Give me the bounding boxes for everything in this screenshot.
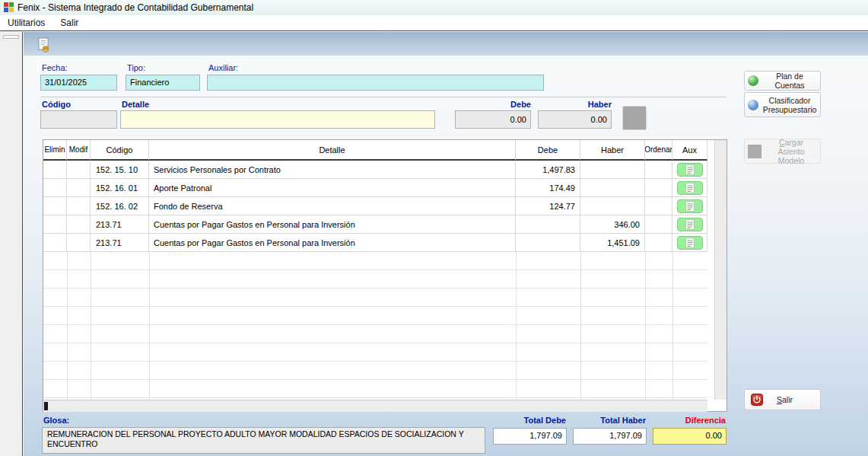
app-icon (3, 2, 14, 13)
menu-utilitarios[interactable]: Utilitarios (0, 16, 52, 30)
cell-modif[interactable] (67, 234, 91, 252)
scrollbar-thumb[interactable] (44, 402, 48, 410)
cell-haber: 1,451.09 (580, 234, 645, 252)
header-codigo: Código (91, 140, 149, 161)
codigo-input[interactable] (40, 110, 117, 129)
cell-codigo: 213.71 (91, 234, 149, 252)
cell-ordenar (645, 197, 672, 215)
cell-haber (580, 179, 645, 197)
fenix-window: Fenix - Sistema Integrado de Contabilida… (0, 0, 868, 456)
cell-elimin[interactable] (43, 197, 67, 215)
salir-button[interactable]: Salir (744, 389, 821, 410)
glosa-textarea[interactable]: REMUNERACION DEL PERSONAL PROYECTO ADULT… (42, 427, 485, 454)
cell-elimin[interactable] (43, 161, 67, 179)
cell-debe: 174.49 (516, 179, 580, 197)
debe-label: Debe (455, 100, 531, 109)
title-bar: Fenix - Sistema Integrado de Contabilida… (0, 0, 868, 15)
cell-elimin[interactable] (43, 179, 67, 197)
cell-codigo: 213.71 (91, 215, 149, 234)
cell-detalle: Fondo de Reserva (149, 197, 516, 215)
grid-table: Elimin Modif Código Detalle Debe Haber O… (43, 140, 707, 252)
header-haber: Haber (580, 140, 645, 161)
cell-codigo: 152. 16. 02 (91, 197, 149, 215)
menu-bar: Utilitarios Salir (0, 15, 868, 31)
entries-grid: Elimin Modif Código Detalle Debe Haber O… (43, 139, 727, 412)
grid-filler (707, 140, 714, 400)
cell-detalle: Aporte Patronal (149, 179, 516, 197)
cell-debe (516, 234, 580, 252)
auxiliar-label: Auxiliar: (208, 63, 238, 72)
glosa-label: Glosa: (43, 416, 69, 425)
auxiliar-input[interactable] (207, 75, 544, 91)
header-aux: Aux (672, 140, 707, 161)
left-dock-panel (0, 32, 23, 456)
cell-debe: 1,497.83 (516, 161, 580, 179)
aux-button[interactable] (677, 199, 703, 213)
total-haber-field: 1,797.09 (573, 428, 647, 445)
header-ordenar: Ordenar (645, 140, 672, 161)
detalle-label: Detalle (122, 100, 149, 109)
tipo-label: Tipo: (127, 63, 145, 72)
cell-ordenar (645, 179, 672, 197)
haber-input[interactable]: 0.00 (538, 110, 612, 129)
tipo-input[interactable]: Financiero (126, 75, 200, 91)
header-debe: Debe (516, 140, 580, 161)
table-row[interactable]: 213.71 Cuentas por Pagar Gastos en Perso… (43, 234, 707, 252)
total-debe-label: Total Debe (493, 416, 566, 425)
table-row[interactable]: 152. 16. 02 Fondo de Reserva 124.77 (43, 197, 707, 215)
cargar-asiento-modelo-button[interactable]: Cargar Asiento Modelo (744, 139, 821, 164)
table-row[interactable]: 213.71 Cuentas por Pagar Gastos en Perso… (43, 215, 707, 234)
document-coins-icon (37, 37, 52, 53)
cell-modif[interactable] (67, 161, 91, 179)
vertical-scrollbar[interactable] (714, 140, 727, 400)
blue-sphere-icon (748, 100, 758, 110)
aux-button[interactable] (677, 236, 703, 250)
notepad-icon (685, 201, 695, 212)
diferencia-label: Diferencia (653, 416, 726, 425)
cell-elimin[interactable] (43, 234, 67, 252)
menu-salir[interactable]: Salir (52, 16, 86, 30)
cell-codigo: 152. 16. 01 (91, 179, 149, 197)
header-elimin: Elimin (43, 140, 67, 161)
debe-input[interactable]: 0.00 (455, 110, 531, 129)
detalle-input[interactable] (120, 110, 435, 129)
salir-label: Salir (777, 395, 793, 404)
cell-modif[interactable] (67, 197, 91, 215)
cell-elimin[interactable] (43, 215, 67, 234)
add-entry-button-disabled[interactable] (622, 106, 647, 130)
table-row[interactable]: 152. 16. 01 Aporte Patronal 174.49 (43, 179, 707, 197)
header-modif: Modif (67, 140, 91, 161)
clasificador-presupuestario-button[interactable]: Clasificador Presupuestario (744, 92, 821, 117)
fecha-input[interactable]: 31/01/2025 (40, 75, 117, 91)
codigo-label: Código (42, 100, 71, 109)
diferencia-field: 0.00 (653, 428, 727, 445)
new-entry-button[interactable] (35, 36, 53, 53)
cell-detalle: Servicios Personales por Contrato (149, 161, 516, 179)
aux-button[interactable] (677, 218, 703, 231)
toolbar (24, 32, 868, 56)
cell-modif[interactable] (67, 215, 91, 234)
green-sphere-icon (748, 75, 758, 86)
cell-ordenar (645, 234, 672, 252)
fecha-label: Fecha: (42, 63, 68, 72)
header-detalle: Detalle (149, 140, 516, 161)
aux-button[interactable] (677, 163, 703, 177)
total-haber-label: Total Haber (573, 416, 646, 425)
aux-button[interactable] (677, 181, 703, 195)
cell-modif[interactable] (67, 179, 91, 197)
plan-de-cuentas-button[interactable]: Plan de Cuentas (744, 71, 821, 91)
notepad-icon (685, 183, 695, 193)
separator-line (40, 97, 727, 97)
cell-debe (516, 215, 580, 234)
notepad-icon (685, 238, 695, 248)
gray-square-icon (748, 145, 761, 158)
clasificador-label: Clasificador Presupuestario (762, 96, 817, 114)
cell-codigo: 152. 15. 10 (91, 161, 149, 179)
notepad-icon (685, 219, 695, 230)
horizontal-scrollbar[interactable] (43, 400, 707, 412)
cell-detalle: Cuentas por Pagar Gastos en Personal par… (149, 215, 516, 234)
table-row[interactable]: 152. 15. 10 Servicios Personales por Con… (43, 161, 707, 179)
panel-grip[interactable] (3, 35, 19, 39)
haber-label: Haber (538, 100, 612, 109)
total-debe-field: 1,797.09 (493, 428, 567, 445)
